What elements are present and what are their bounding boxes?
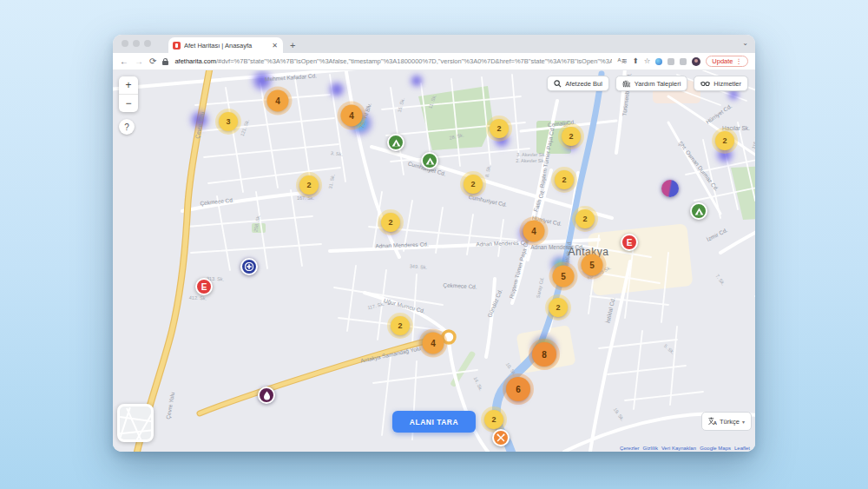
cluster-marker[interactable]: 2 bbox=[490, 119, 509, 138]
attribution-link[interactable]: Çerezler bbox=[620, 446, 640, 451]
cluster-marker[interactable]: 2 bbox=[484, 410, 503, 429]
food-utensils-icon bbox=[496, 433, 505, 442]
sidebar-icon[interactable] bbox=[680, 58, 687, 65]
forward-button[interactable]: → bbox=[135, 57, 143, 66]
services-label: Hizmetler bbox=[713, 80, 741, 88]
tab-search-chevron-icon[interactable]: ⌄ bbox=[742, 39, 748, 47]
cluster-marker[interactable]: 5 bbox=[582, 254, 603, 276]
cluster-marker[interactable]: 8 bbox=[532, 342, 556, 367]
profile-avatar[interactable] bbox=[692, 57, 700, 66]
chrome-update-button[interactable]: Update ⋮ bbox=[706, 56, 748, 67]
cluster-marker[interactable]: 2 bbox=[575, 209, 595, 228]
mixed-heat-marker bbox=[661, 180, 679, 197]
search-icon bbox=[554, 80, 562, 88]
help-requests-button[interactable]: Yardım Talepleri bbox=[615, 76, 688, 91]
new-tab-button[interactable]: + bbox=[290, 37, 295, 53]
language-caret-icon: ▾ bbox=[742, 419, 745, 425]
cluster-marker[interactable]: 2 bbox=[299, 175, 319, 195]
medical-cross-marker[interactable] bbox=[240, 258, 258, 275]
shelter-tent-icon bbox=[391, 139, 401, 147]
zoom-control: + − bbox=[119, 76, 138, 112]
help-button[interactable]: ? bbox=[119, 119, 135, 135]
tab-title: Afet Haritası | Anasayfa bbox=[184, 42, 267, 50]
shelter-tent-icon bbox=[694, 208, 704, 215]
find-victim-button[interactable]: Afetzede Bul bbox=[547, 76, 609, 91]
cluster-marker[interactable]: 3 bbox=[219, 112, 238, 131]
share-icon[interactable]: ⬆ bbox=[633, 57, 639, 65]
extensions-puzzle-icon[interactable] bbox=[667, 58, 674, 65]
language-translate-icon: A bbox=[708, 417, 717, 426]
attribution-link[interactable]: Veri Kaynakları bbox=[661, 446, 696, 451]
map-base bbox=[113, 70, 755, 452]
cluster-marker[interactable]: 6 bbox=[506, 377, 530, 401]
services-icon bbox=[700, 80, 710, 88]
shelter-tent-marker[interactable] bbox=[421, 152, 438, 169]
cluster-marker[interactable]: 4 bbox=[341, 105, 363, 127]
cluster-marker[interactable]: 2 bbox=[549, 298, 568, 317]
language-label: Türkçe bbox=[720, 418, 740, 426]
roundabout bbox=[443, 331, 455, 343]
browser-toolbar: ← → ⟳ afetharita.com/#dvf=%7B"state"%3A%… bbox=[113, 53, 755, 70]
update-menu-dots-icon: ⋮ bbox=[736, 57, 743, 65]
map-canvas[interactable]: Mehmet Kafadar Cd.75. Yıl Blv.Cumhuriyet… bbox=[113, 70, 755, 452]
extension-icon[interactable] bbox=[655, 58, 662, 65]
shelter-tent-marker[interactable] bbox=[387, 134, 404, 151]
tab-strip: Afet Haritası | Anasayfa ✕ + ⌄ bbox=[113, 35, 755, 53]
maximize-window-button[interactable] bbox=[144, 40, 151, 47]
cluster-marker[interactable]: 4 bbox=[423, 333, 444, 354]
pharmacy-e-marker[interactable]: E bbox=[621, 234, 638, 251]
cluster-marker[interactable]: 5 bbox=[553, 266, 575, 287]
translate-icon[interactable]: ᴬ≋ bbox=[618, 57, 628, 65]
attribution-link[interactable]: Leaflet bbox=[734, 446, 750, 451]
medical-cross-icon bbox=[245, 262, 253, 271]
help-hand-icon bbox=[622, 80, 631, 88]
help-requests-label: Yardım Talepleri bbox=[635, 80, 681, 88]
zoom-in-button[interactable]: + bbox=[119, 76, 138, 95]
ssl-lock-icon[interactable] bbox=[162, 58, 168, 65]
window-controls[interactable] bbox=[122, 40, 151, 47]
back-button[interactable]: ← bbox=[120, 57, 128, 66]
map-action-buttons: Afetzede Bul Yardım Talepleri Hizmetler bbox=[547, 76, 748, 91]
pharmacy-e-marker[interactable]: E bbox=[195, 278, 213, 295]
cluster-marker[interactable]: 2 bbox=[381, 213, 400, 232]
attribution-link[interactable]: Google Maps bbox=[700, 446, 731, 451]
browser-tab[interactable]: Afet Haritası | Anasayfa ✕ bbox=[168, 37, 283, 53]
url-domain: afetharita.com bbox=[174, 57, 216, 65]
minimap-thumbnail[interactable] bbox=[117, 404, 154, 442]
tab-favicon-icon bbox=[173, 42, 181, 50]
water-drop-marker[interactable] bbox=[258, 387, 275, 404]
attribution-link[interactable]: Gizlilik bbox=[643, 446, 658, 451]
scan-area-button[interactable]: ALANI TARA bbox=[392, 411, 476, 433]
zoom-out-button[interactable]: − bbox=[119, 95, 138, 112]
cluster-marker[interactable]: 4 bbox=[267, 90, 289, 112]
find-victim-label: Afetzede Bul bbox=[565, 80, 602, 88]
shelter-tent-marker[interactable] bbox=[690, 202, 707, 220]
close-window-button[interactable] bbox=[122, 40, 128, 47]
update-label: Update bbox=[712, 57, 733, 65]
services-button[interactable]: Hizmetler bbox=[694, 76, 748, 91]
food-utensils-marker[interactable] bbox=[492, 429, 510, 446]
bookmark-star-icon[interactable]: ☆ bbox=[644, 57, 651, 65]
cluster-marker[interactable]: 2 bbox=[464, 175, 483, 194]
tab-close-icon[interactable]: ✕ bbox=[271, 42, 279, 50]
browser-window: Afet Haritası | Anasayfa ✕ + ⌄ ← → ⟳ afe… bbox=[113, 35, 755, 452]
toolbar-actions: ᴬ≋ ⬆ ☆ Update ⋮ bbox=[618, 56, 748, 67]
language-selector[interactable]: A Türkçe ▾ bbox=[701, 412, 752, 431]
map-attribution: ÇerezlerGizlilikVeri KaynaklarıGoogle Ma… bbox=[620, 446, 750, 451]
reload-button[interactable]: ⟳ bbox=[149, 57, 156, 66]
cluster-marker[interactable]: 2 bbox=[562, 127, 581, 146]
svg-text:A: A bbox=[713, 420, 717, 426]
water-drop-icon bbox=[263, 391, 271, 400]
cluster-marker[interactable]: 2 bbox=[715, 131, 734, 150]
url-path: /#dvf=%7B"state"%3A%7B"isOpen"%3Afalse,"… bbox=[216, 57, 612, 65]
url-bar[interactable]: afetharita.com/#dvf=%7B"state"%3A%7B"isO… bbox=[174, 57, 611, 65]
cluster-marker[interactable]: 2 bbox=[391, 316, 410, 335]
cluster-marker[interactable]: 2 bbox=[555, 170, 574, 189]
shelter-tent-icon bbox=[425, 157, 435, 165]
cluster-marker[interactable]: 4 bbox=[523, 221, 545, 242]
minimize-window-button[interactable] bbox=[133, 40, 140, 47]
